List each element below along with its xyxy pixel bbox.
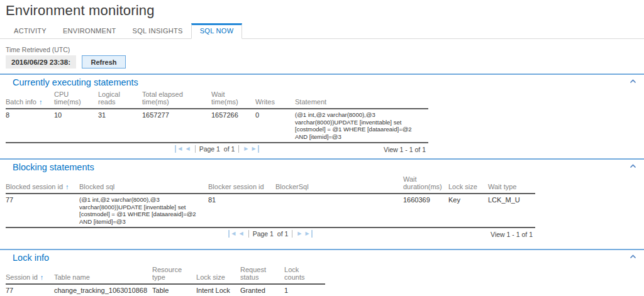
cell-blocked-sql: (@1 int,@2 varchar(8000),@3 varchar(8000…	[79, 194, 208, 227]
col-blocked-sql[interactable]: Blocked sql	[79, 175, 208, 194]
cell-session-id: 77	[6, 284, 54, 296]
col-lock-size[interactable]: Lock size	[448, 175, 488, 194]
collapse-lock-info-icon[interactable]	[630, 255, 636, 259]
cell-blocker-session-id: 81	[208, 194, 275, 227]
col-table-name[interactable]: Table name	[54, 265, 152, 284]
blocking-statements-table: Blocked session id↑ Blocked sql Blocker …	[6, 175, 535, 228]
table-row: 8 10 31 1657277 1657266 0 (@1 int,@2 var…	[6, 109, 428, 143]
cell-table-name: change_tracking_1063010868	[54, 284, 152, 296]
last-page-icon[interactable]: ▶	[250, 145, 258, 153]
next-page-icon[interactable]: ▶	[242, 145, 250, 153]
col-lock-size[interactable]: Lock size	[196, 265, 240, 284]
last-page-icon[interactable]: ▶	[303, 230, 312, 238]
col-wait-type[interactable]: Wait type	[488, 175, 535, 194]
cell-statement: (@1 int,@2 varchar(8000),@3 varchar(8000…	[295, 109, 428, 143]
sort-asc-icon: ↑	[40, 273, 44, 281]
col-lock-counts[interactable]: Lock counts	[284, 265, 325, 284]
view-range-text: View 1 - 1 of 1	[384, 146, 426, 153]
prev-page-icon[interactable]: ◀	[238, 230, 245, 238]
cell-resource-type: Table	[152, 284, 196, 296]
collapse-executing-icon[interactable]	[630, 79, 636, 84]
table-header-row: Batch info↑ CPU time(ms) Logical reads T…	[6, 90, 428, 109]
page-indicator: Page 1 of 1	[248, 230, 293, 238]
environment-monitoring-page: Environment monitoring ACTIVITY ENVIRONM…	[0, 3, 644, 296]
prev-page-icon[interactable]: ◀	[184, 145, 192, 153]
col-blocker-session-id[interactable]: Blocker session id	[208, 175, 275, 194]
col-wait-duration[interactable]: Wait duration(ms)	[403, 175, 448, 194]
col-logical-reads[interactable]: Logical reads	[98, 90, 142, 109]
pager-bar: ◀ ◀ Page 1 of 1 ▶ ▶ View 1 - 1 of 1	[6, 145, 428, 156]
col-session-id[interactable]: Session id↑	[6, 265, 54, 284]
cell-wait-duration: 1660369	[403, 194, 448, 227]
lock-info-table: Session id↑ Table name Resource type Loc…	[6, 265, 325, 296]
first-page-icon[interactable]: ◀	[228, 230, 237, 238]
section-title-lock-info: Lock info	[13, 253, 638, 263]
cell-writes: 0	[255, 109, 295, 143]
next-page-icon[interactable]: ▶	[296, 230, 303, 238]
time-retrieved-input[interactable]	[6, 55, 76, 69]
cell-batch-info: 8	[6, 109, 54, 143]
cell-total-elapsed: 1657277	[142, 109, 211, 143]
tab-environment[interactable]: ENVIRONMENT	[55, 24, 125, 38]
refresh-toolbar: Time Retrieved (UTC) Refresh	[6, 46, 644, 69]
table-row: 77 change_tracking_1063010868 Table Inte…	[6, 284, 325, 296]
tab-sql-insights[interactable]: SQL INSIGHTS	[125, 24, 191, 38]
cell-lock-size: Intent Lock	[196, 284, 240, 296]
col-cpu-time[interactable]: CPU time(ms)	[54, 90, 98, 109]
cell-wait-time: 1657266	[211, 109, 255, 143]
col-request-status[interactable]: Request status	[240, 265, 284, 284]
pager-bar: ◀ ◀ Page 1 of 1 ▶ ▶ View 1 - 1 of 1	[6, 229, 535, 241]
col-batch-info[interactable]: Batch info↑	[6, 90, 54, 109]
pager: ◀ ◀ Page 1 of 1 ▶ ▶	[6, 145, 428, 153]
table-header-row: Blocked session id↑ Blocked sql Blocker …	[6, 175, 535, 194]
section-title-blocking: Blocking statements	[13, 162, 638, 172]
sort-asc-icon: ↑	[65, 183, 69, 190]
first-page-icon[interactable]: ◀	[175, 145, 184, 153]
cell-lock-size: Key	[448, 194, 488, 227]
executing-statements-table: Batch info↑ CPU time(ms) Logical reads T…	[6, 90, 428, 143]
cell-blocker-sql	[275, 194, 403, 227]
table-row: 77 (@1 int,@2 varchar(8000),@3 varchar(8…	[6, 194, 535, 227]
cell-blocked-session-id: 77	[6, 194, 79, 227]
col-writes[interactable]: Writes	[255, 90, 295, 109]
refresh-button[interactable]: Refresh	[82, 55, 126, 69]
tab-activity[interactable]: ACTIVITY	[6, 24, 55, 38]
time-retrieved-label: Time Retrieved (UTC)	[6, 46, 644, 53]
cell-lock-counts: 1	[284, 284, 325, 296]
collapse-blocking-icon[interactable]	[630, 164, 636, 168]
view-range-text: View 1 - 1 of 1	[491, 231, 533, 238]
col-wait-time[interactable]: Wait time(ms)	[211, 90, 255, 109]
col-blocker-sql[interactable]: BlockerSql	[275, 175, 403, 194]
section-blocking-statements: Blocking statements Blocked session id↑ …	[0, 158, 644, 241]
page-indicator: Page 1 of 1	[195, 145, 240, 153]
cell-wait-type: LCK_M_U	[488, 194, 535, 227]
tab-bar: ACTIVITY ENVIRONMENT SQL INSIGHTS SQL NO…	[0, 24, 644, 39]
sort-asc-icon: ↑	[39, 98, 43, 106]
cell-request-status: Granted	[240, 284, 284, 296]
col-statement[interactable]: Statement	[295, 90, 428, 109]
section-currently-executing: Currently executing statements Batch inf…	[0, 74, 644, 156]
table-header-row: Session id↑ Table name Resource type Loc…	[6, 265, 325, 284]
tab-sql-now[interactable]: SQL NOW	[191, 23, 243, 39]
col-blocked-session-id[interactable]: Blocked session id↑	[6, 175, 79, 194]
col-total-elapsed[interactable]: Total elapsed time(ms)	[142, 90, 211, 109]
section-lock-info: Lock info Session id↑ Table name Resourc…	[0, 249, 644, 296]
pager: ◀ ◀ Page 1 of 1 ▶ ▶	[6, 230, 535, 238]
section-title-executing: Currently executing statements	[13, 77, 638, 87]
page-title: Environment monitoring	[6, 3, 644, 19]
cell-cpu-time: 10	[54, 109, 98, 143]
cell-logical-reads: 31	[98, 109, 142, 143]
col-resource-type[interactable]: Resource type	[152, 265, 196, 284]
